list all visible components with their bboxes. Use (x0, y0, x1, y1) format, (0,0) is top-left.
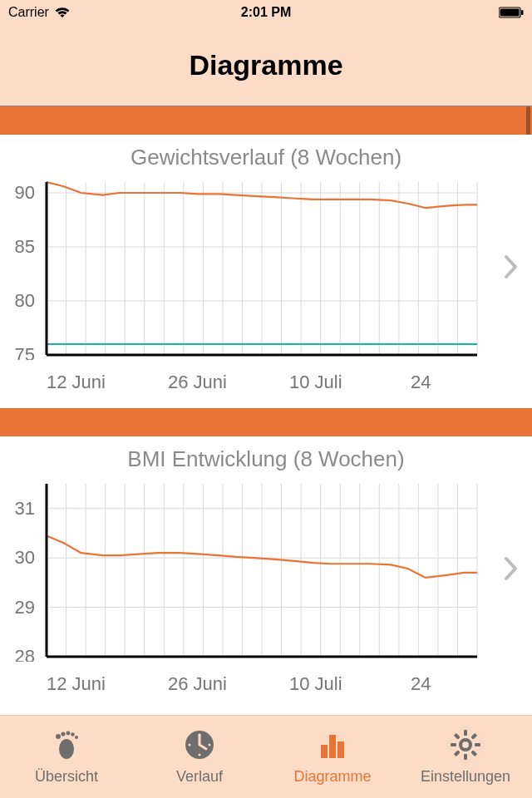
svg-rect-88 (470, 733, 477, 740)
status-time: 2:01 PM (0, 5, 532, 20)
x-tick: 26 Juni (168, 372, 289, 393)
svg-rect-81 (329, 735, 336, 758)
svg-point-76 (199, 734, 201, 736)
tab-label: Einstellungen (421, 768, 510, 786)
tab-label: Diagramme (293, 768, 371, 786)
svg-text:30: 30 (15, 547, 35, 568)
x-tick: 26 Juni (168, 673, 289, 695)
svg-point-69 (59, 739, 74, 759)
clock-icon (183, 728, 216, 765)
svg-rect-80 (321, 745, 328, 758)
chevron-right-icon (504, 556, 519, 584)
tab-bar: Übersicht Verlauf Diagramme Einstellunge… (0, 715, 532, 798)
chart-plot-bmi: 28293031 (0, 479, 490, 662)
chart-card-bmi: BMI Entwicklung (8 Wochen) 28293031 12 J… (0, 436, 532, 710)
svg-text:75: 75 (15, 344, 35, 360)
x-tick: 24 (411, 372, 532, 393)
bars-icon (316, 728, 349, 765)
svg-rect-84 (464, 730, 467, 736)
chart-card-weight: Gewichtsverlauf (8 Wochen) 75808590 12 J… (0, 135, 532, 408)
x-tick: 12 Juni (47, 673, 168, 695)
header: Diagramme (0, 25, 532, 106)
svg-point-78 (199, 754, 201, 756)
tab-history[interactable]: Verlauf (133, 716, 266, 798)
svg-rect-90 (454, 733, 461, 740)
content-scroll[interactable]: Gewichtsverlauf (8 Wochen) 75808590 12 J… (0, 106, 532, 715)
chevron-right-icon (504, 254, 519, 283)
svg-text:90: 90 (15, 182, 35, 203)
svg-text:85: 85 (15, 236, 35, 257)
svg-point-71 (61, 732, 65, 736)
gear-icon (449, 728, 482, 765)
foot-icon (50, 728, 83, 765)
svg-text:28: 28 (15, 646, 35, 662)
chart-title: BMI Entwicklung (8 Wochen) (0, 446, 532, 472)
chart-title: Gewichtsverlauf (8 Wochen) (0, 145, 532, 170)
svg-point-74 (75, 736, 78, 739)
svg-text:29: 29 (15, 597, 35, 618)
chart-detail-button[interactable] (490, 177, 532, 360)
tab-settings[interactable]: Einstellungen (399, 716, 532, 798)
svg-text:80: 80 (15, 290, 35, 311)
chart-plot-weight: 75808590 (0, 177, 490, 360)
tab-overview[interactable]: Übersicht (0, 716, 133, 798)
x-tick: 12 Juni (47, 372, 168, 393)
status-bar: Carrier 2:01 PM (0, 0, 532, 25)
svg-rect-89 (454, 750, 461, 756)
svg-text:31: 31 (15, 498, 35, 519)
svg-rect-91 (470, 750, 477, 756)
svg-rect-87 (475, 743, 480, 746)
svg-rect-86 (451, 743, 456, 746)
page-title: Diagramme (189, 49, 342, 81)
svg-point-83 (461, 740, 470, 750)
svg-rect-85 (464, 754, 467, 760)
x-tick: 24 (411, 673, 532, 695)
section-divider (0, 408, 532, 436)
svg-point-70 (56, 734, 61, 739)
x-tick: 10 Juli (289, 673, 411, 695)
x-axis-labels: 12 Juni 26 Juni 10 Juli 24 (0, 360, 532, 408)
svg-rect-82 (337, 741, 344, 758)
tab-label: Übersicht (35, 768, 98, 786)
svg-point-77 (209, 744, 211, 746)
chart-detail-button[interactable] (490, 479, 532, 662)
tab-label: Verlauf (176, 768, 223, 786)
x-tick: 10 Juli (289, 372, 411, 393)
svg-point-73 (71, 732, 74, 736)
section-divider (0, 106, 532, 135)
tab-charts[interactable]: Diagramme (266, 716, 399, 798)
x-axis-labels: 12 Juni 26 Juni 10 Juli 24 (0, 662, 532, 710)
svg-point-79 (189, 744, 191, 746)
svg-point-72 (66, 732, 71, 736)
